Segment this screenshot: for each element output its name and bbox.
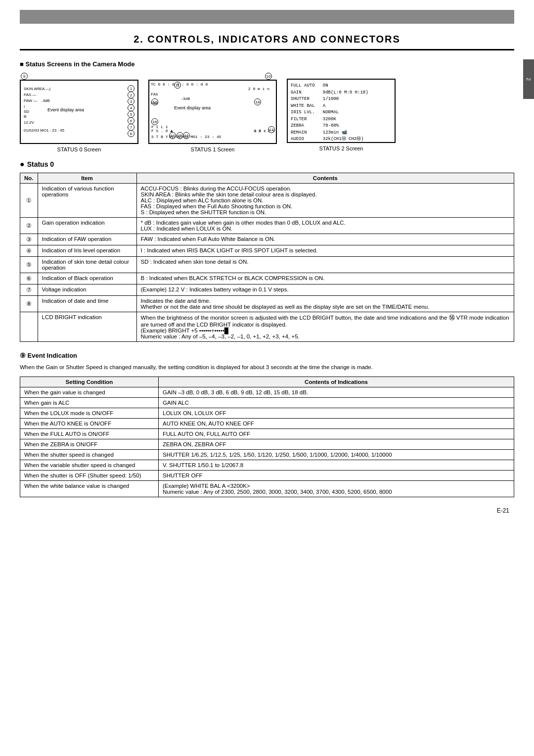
camera-screens-wrapper: 9 SKIN AREA —| FAS — FAW — -3dB I SD B <box>20 73 514 152</box>
event-condition: When the shutter is OFF (Shutter speed: … <box>20 471 159 481</box>
status1-screen: TC 0 0 : 0 0 : 0 0 : 0 0 2 0 m i n FAS -… <box>148 80 277 144</box>
table-row: ⑥Indication of Black operationB : Indica… <box>20 273 514 284</box>
event-contents: ZEBRA ON, ZEBRA OFF <box>159 439 514 450</box>
stby: S T B Y <box>151 135 168 139</box>
th-contents: Contents <box>136 173 514 184</box>
event-table-row: When the AUTO KNEE is ON/OFFAUTO KNEE ON… <box>20 419 514 429</box>
row-item: LCD BRIGHT indication <box>38 312 136 342</box>
faw-label-s0: FAW — <box>24 98 37 103</box>
row-item: Indication of various function operation… <box>38 184 136 218</box>
fas-label-s0: FAS — <box>24 93 36 97</box>
row-content: I : Indicated when IRIS BACK LIGHT or IR… <box>136 245 514 257</box>
event-condition: When the AUTO KNEE is ON/OFF <box>20 419 159 429</box>
row-content: B : Indicated when BLACK STRETCH or BLAC… <box>136 273 514 284</box>
table-row: ④Indication of Iris level operationI : I… <box>20 245 514 257</box>
event-heading-text: ⑨ Event Indication <box>20 352 77 359</box>
page-number: E-21 <box>20 507 514 514</box>
row-num: ⑤ <box>20 257 38 273</box>
circ15: 15 <box>177 132 183 139</box>
row-num <box>20 312 38 342</box>
row-content: When the brightness of the monitor scree… <box>136 312 514 342</box>
row-num: ① <box>20 184 38 218</box>
event-contents: FULL AUTO ON, FULL AUTO OFF <box>159 429 514 439</box>
row-content: ACCU-FOCUS : Blinks during the ACCU-FOCU… <box>136 184 514 218</box>
event-contents: GAIN ALC <box>159 398 514 408</box>
table-row: ③Indication of FAW operationFAW : Indica… <box>20 234 514 245</box>
datetime-s0: 01/02/03 MO1 : 23 : 45 <box>24 128 64 133</box>
chapter-title: 2. CONTROLS, INDICATORS AND CONNECTORS <box>20 34 514 50</box>
row-item: Indication of Iris level operation <box>38 245 136 257</box>
circ3: 3 <box>128 98 134 105</box>
status2-text: FULL AUTO ON GAIN 9dB(L:0 M:9 H:18) SHUT… <box>288 80 395 146</box>
status2-screen: FULL AUTO ON GAIN 9dB(L:0 M:9 H:18) SHUT… <box>287 79 396 143</box>
bullet-status-heading: ● Status 0 <box>20 160 514 169</box>
annot-9: 9 <box>21 73 28 80</box>
status0-screen: SKIN AREA —| FAS — FAW — -3dB I SD B 12.… <box>20 80 138 144</box>
status1-label: STATUS 1 Screen <box>191 146 235 152</box>
row-item: Indication of Black operation <box>38 273 136 284</box>
event-condition: When the FULL AUTO is ON/OFF <box>20 429 159 439</box>
row-item: Indication of date and time <box>38 296 136 312</box>
sd-label-s0: SD <box>24 109 29 114</box>
table-row: ⑦Voltage indication(Example) 12.2 V : In… <box>20 284 514 296</box>
voltage-s0: 12.2V <box>24 120 34 125</box>
event-condition: When the shutter speed is changed <box>20 450 159 460</box>
status-table: No. Item Contents ①Indication of various… <box>20 173 514 342</box>
circ8: 8 <box>128 130 134 137</box>
event-contents: (Example) WHITE BAL A <3200K>Numeric val… <box>159 481 514 497</box>
skin-area-label: SKIN AREA —| <box>24 87 50 91</box>
event-display-area-s1: Event display area <box>174 105 211 110</box>
circ12: 12 <box>268 126 275 133</box>
table-row: ①Indication of various function operatio… <box>20 184 514 218</box>
event-th-contents: Contents of Indications <box>159 377 514 387</box>
th-no: No. <box>20 173 38 184</box>
circ13: 13 <box>183 132 190 139</box>
circ5: 5 <box>128 111 134 118</box>
status2-block: FULL AUTO ON GAIN 9dB(L:0 M:9 H:18) SHUT… <box>287 73 396 151</box>
circ16: 16 <box>151 118 158 125</box>
event-condition: When the ZEBRA is ON/OFF <box>20 439 159 450</box>
row-content: * dB : Indicates gain value when gain is… <box>136 218 514 234</box>
event-table-row: When the ZEBRA is ON/OFFZEBRA ON, ZEBRA … <box>20 439 514 450</box>
status0-block: 9 SKIN AREA —| FAS — FAW — -3dB I SD B <box>20 73 138 152</box>
table-row: ⑤Indication of skin tone detail colour o… <box>20 257 514 273</box>
circ4: 4 <box>128 104 134 111</box>
i-label-s0: I <box>24 104 25 109</box>
event-table-row: When gain is ALCGAIN ALC <box>20 398 514 408</box>
event-condition: When the LOLUX mode is ON/OFF <box>20 408 159 419</box>
table-row: ⑧Indication of date and timeIndicates th… <box>20 296 514 312</box>
row-num: ② <box>20 218 38 234</box>
table-row: ②Gain operation indication* dB : Indicat… <box>20 218 514 234</box>
min-value: 2 0 m i n <box>151 87 269 91</box>
event-contents: SHUTTER OFF <box>159 471 514 481</box>
event-condition: When the white balance value is changed <box>20 481 159 497</box>
row-num: ③ <box>20 234 38 245</box>
row-item: Indication of skin tone detail colour op… <box>38 257 136 273</box>
event-table-row: When the white balance value is changed(… <box>20 481 514 497</box>
event-table-row: When the shutter speed is changedSHUTTER… <box>20 450 514 460</box>
row-content: FAW : Indicated when Full Auto White Bal… <box>136 234 514 245</box>
circ7: 7 <box>128 124 134 131</box>
circ18: 18 <box>254 98 261 105</box>
event-contents: LOLUX ON, LOLUX OFF <box>159 408 514 419</box>
event-heading: ⑨ Event Indication <box>20 352 514 359</box>
event-contents: GAIN –3 dB, 0 dB, 3 dB, 6 dB, 9 dB, 12 d… <box>159 387 514 398</box>
row-item: Voltage indication <box>38 284 136 296</box>
event-contents: SHUTTER 1/6.25, 1/12.5, 1/25, 1/50, 1/12… <box>159 450 514 460</box>
row-item: Indication of FAW operation <box>38 234 136 245</box>
row-num: ⑧ <box>20 296 38 312</box>
top-decorative-bar <box>20 10 514 24</box>
event-table-row: When the shutter is OFF (Shutter speed: … <box>20 471 514 481</box>
circ6: 6 <box>128 117 134 124</box>
status0-label: STATUS 0 Screen <box>57 146 101 152</box>
event-condition: When gain is ALC <box>20 398 159 408</box>
row-num: ⑥ <box>20 273 38 284</box>
circ11: 11 <box>174 82 181 89</box>
row-num: ④ <box>20 245 38 257</box>
event-table-row: When the LOLUX mode is ON/OFFLOLUX ON, L… <box>20 408 514 419</box>
side-tab: 2 <box>523 59 534 99</box>
row-content: SD : Indicated when skin tone detail is … <box>136 257 514 273</box>
circ14: 14 <box>169 132 176 139</box>
event-condition: When the variable shutter speed is chang… <box>20 460 159 471</box>
event-contents: AUTO KNEE ON, AUTO KNEE OFF <box>159 419 514 429</box>
